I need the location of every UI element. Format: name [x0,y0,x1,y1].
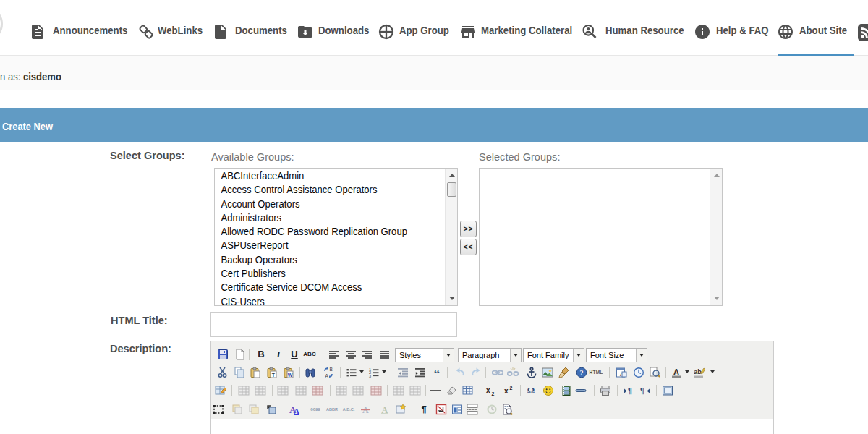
svg-text:T: T [272,372,276,377]
svg-text:A: A [294,407,299,415]
svg-text:2: 2 [492,391,495,396]
svg-text:ab: ab [694,368,702,375]
svg-text:x: x [504,387,509,395]
svg-text:3: 3 [369,373,371,378]
svg-text:¶: ¶ [640,386,644,395]
svg-text:¶: ¶ [628,386,632,395]
svg-text:2: 2 [510,386,513,391]
svg-text:?: ? [580,368,584,376]
svg-text:A: A [326,373,329,378]
svg-text:A: A [673,367,679,376]
svg-text:W: W [288,372,293,377]
svg-text:x: x [486,386,490,394]
svg-text:B: B [330,367,333,372]
